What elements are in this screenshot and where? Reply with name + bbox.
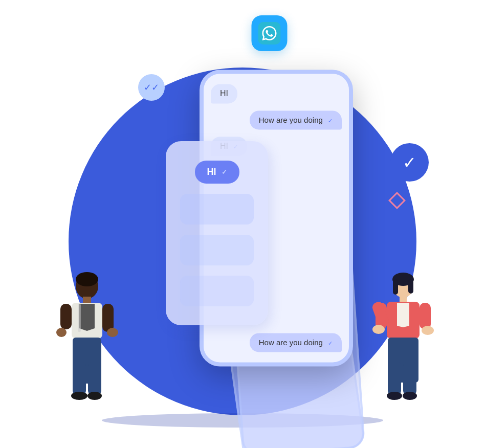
overlay-check-icon: ✓	[222, 168, 227, 176]
svg-point-31	[403, 392, 417, 400]
svg-rect-29	[403, 362, 416, 395]
overlay-decorative-bar-1	[180, 194, 254, 225]
main-scene: HI How are you doing ✓ HI ✓ How are you …	[0, 0, 485, 448]
whatsapp-icon	[252, 15, 288, 51]
svg-marker-21	[397, 303, 409, 327]
person-right	[367, 272, 439, 417]
svg-rect-2	[83, 297, 91, 304]
overlay-decorative-bar-3	[180, 276, 254, 306]
svg-point-12	[71, 392, 87, 400]
svg-rect-5	[60, 304, 72, 329]
check-icon-1: ✓	[328, 118, 333, 124]
person-right-svg	[367, 272, 439, 415]
svg-rect-10	[73, 362, 86, 395]
svg-rect-28	[388, 362, 401, 395]
svg-point-8	[56, 328, 67, 337]
float-circle-double-check: ✓✓	[138, 74, 165, 101]
svg-rect-6	[102, 304, 114, 332]
chat-bubble-hi-1: HI	[211, 84, 237, 103]
svg-rect-11	[88, 362, 101, 395]
check-icon-3: ✓	[328, 340, 333, 346]
svg-rect-32	[258, 22, 281, 44]
double-check-icon: ✓✓	[144, 82, 159, 93]
overlay-decorative-bar-2	[180, 235, 254, 265]
svg-point-30	[387, 392, 402, 400]
svg-point-1	[76, 272, 98, 286]
svg-point-13	[87, 392, 102, 400]
svg-point-25	[422, 326, 434, 335]
overlay-card: HI ✓	[166, 141, 268, 325]
svg-marker-4	[79, 304, 95, 331]
whatsapp-svg	[258, 22, 281, 44]
float-circle-check: ✓	[390, 143, 429, 182]
svg-point-26	[372, 325, 385, 334]
person-left	[51, 272, 123, 417]
check-mark-icon: ✓	[403, 153, 416, 172]
svg-rect-14	[78, 304, 81, 332]
overlay-hi-bubble: HI ✓	[195, 161, 239, 184]
svg-rect-17	[393, 279, 398, 295]
svg-rect-18	[408, 279, 413, 294]
svg-point-7	[107, 328, 118, 337]
person-left-svg	[51, 272, 123, 415]
chat-bubble-how-2: How are you doing ✓	[250, 333, 342, 352]
chat-bubble-how-1: How are you doing ✓	[250, 110, 342, 129]
svg-rect-23	[420, 303, 431, 329]
